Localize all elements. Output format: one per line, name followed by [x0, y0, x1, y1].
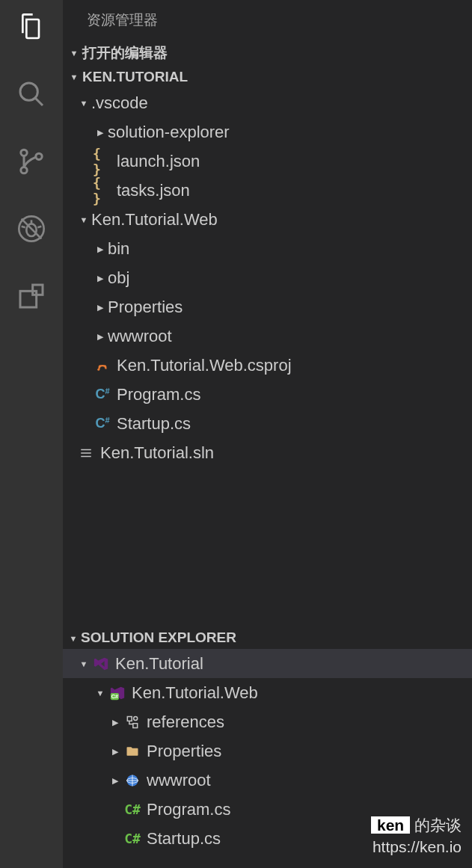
folder-label: obj: [108, 268, 129, 288]
folder-label: .vscode: [91, 93, 148, 113]
file-csproj[interactable]: Ken.Tutorial.Web.csproj: [63, 351, 472, 380]
chevron-down-icon: [66, 632, 81, 644]
svg-line-9: [37, 227, 41, 228]
chevron-right-icon: [93, 243, 108, 254]
solution-project[interactable]: C# Ken.Tutorial.Web: [63, 678, 472, 707]
explorer-icon[interactable]: [13, 9, 49, 45]
folder-label: bin: [108, 239, 129, 259]
csharp-icon: C#: [93, 416, 112, 431]
file-label: Program.cs: [147, 800, 230, 819]
svg-rect-19: [127, 716, 132, 721]
search-icon[interactable]: [13, 76, 49, 112]
csharp-icon: C#: [123, 831, 142, 846]
solution-root[interactable]: Ken.Tutorial: [63, 649, 472, 678]
extensions-icon[interactable]: [13, 278, 49, 314]
folder-label: wwwroot: [147, 771, 211, 790]
file-label: Ken.Tutorial.Web.csproj: [117, 356, 292, 375]
solution-wwwroot[interactable]: wwwroot: [63, 766, 472, 795]
solution-icon: [76, 446, 96, 460]
file-label: Program.cs: [117, 385, 200, 404]
watermark-suffix: 的杂谈: [410, 816, 462, 834]
csharp-icon: C#: [123, 801, 142, 817]
svg-rect-12: [33, 285, 43, 295]
folder-bin[interactable]: bin: [63, 234, 472, 263]
folder-label: solution-explorer: [108, 123, 230, 142]
solution-explorer-label: SOLUTION EXPLORER: [81, 630, 236, 646]
file-label: launch.json: [117, 152, 200, 171]
debug-disabled-icon[interactable]: [13, 211, 49, 247]
chevron-down-icon: [76, 97, 91, 108]
svg-point-2: [21, 150, 27, 156]
folder-icon: [123, 744, 142, 759]
chevron-right-icon: [108, 716, 123, 727]
references-label: references: [147, 712, 224, 732]
svg-rect-20: [133, 723, 138, 727]
chevron-down-icon: [66, 49, 82, 58]
solution-label: Ken.Tutorial: [115, 654, 203, 674]
file-program-cs[interactable]: C# Program.cs: [63, 380, 472, 409]
file-startup-cs[interactable]: C# Startup.cs: [63, 409, 472, 438]
folder-ken-tutorial-web[interactable]: Ken.Tutorial.Web: [63, 205, 472, 234]
json-icon: { }: [93, 146, 112, 177]
chevron-right-icon: [108, 745, 123, 757]
project-header[interactable]: KEN.TUTORIAL: [63, 66, 472, 88]
file-label: Ken.Tutorial.sln: [100, 443, 214, 463]
svg-line-8: [22, 227, 25, 228]
file-label: tasks.json: [117, 181, 190, 200]
watermark-url: https://ken.io: [371, 837, 462, 858]
project-header-label: KEN.TUTORIAL: [82, 69, 188, 85]
folder-solution-explorer[interactable]: solution-explorer: [63, 117, 472, 147]
folder-label: Properties: [147, 742, 221, 761]
file-label: Startup.cs: [147, 829, 221, 849]
solution-references[interactable]: references: [63, 707, 472, 736]
chevron-right-icon: [108, 775, 123, 786]
folder-vscode[interactable]: .vscode: [63, 88, 472, 117]
references-icon: [123, 715, 142, 730]
chevron-down-icon: [66, 73, 82, 81]
chevron-down-icon: [76, 658, 91, 669]
folder-obj[interactable]: obj: [63, 263, 472, 292]
csproj-icon: C#: [108, 685, 127, 701]
folder-properties[interactable]: Properties: [63, 292, 472, 321]
chevron-right-icon: [93, 301, 108, 313]
folder-wwwroot[interactable]: wwwroot: [63, 321, 472, 351]
folder-label: Ken.Tutorial.Web: [91, 210, 218, 230]
activity-bar: [0, 0, 63, 868]
csharp-icon: C#: [93, 387, 112, 402]
chevron-down-icon: [76, 214, 91, 225]
explorer-sidebar: 资源管理器 打开的编辑器 KEN.TUTORIAL .vscode soluti…: [63, 0, 472, 868]
file-tasks-json[interactable]: { } tasks.json: [63, 176, 472, 205]
folder-label: wwwroot: [108, 327, 172, 346]
watermark-tag: ken: [371, 816, 410, 834]
open-editors-label: 打开的编辑器: [82, 43, 168, 63]
watermark: ken 的杂谈 https://ken.io: [371, 815, 462, 858]
file-launch-json[interactable]: { } launch.json: [63, 147, 472, 176]
svg-text:C#: C#: [111, 693, 118, 700]
open-editors-header[interactable]: 打开的编辑器: [63, 40, 472, 66]
project-label: Ken.Tutorial.Web: [132, 683, 258, 703]
svg-rect-11: [20, 291, 37, 307]
file-tree: .vscode solution-explorer { } launch.jso…: [63, 88, 472, 467]
visual-studio-icon: [91, 656, 111, 672]
web-folder-icon: [123, 773, 142, 788]
svg-point-21: [134, 716, 138, 720]
chevron-right-icon: [93, 272, 108, 283]
file-label: Startup.cs: [117, 414, 191, 434]
xml-icon: [93, 359, 112, 372]
svg-point-3: [21, 167, 27, 173]
svg-point-0: [20, 83, 37, 100]
chevron-right-icon: [93, 126, 108, 138]
svg-point-13: [97, 368, 99, 370]
chevron-right-icon: [93, 330, 108, 342]
folder-label: Properties: [108, 298, 183, 317]
chevron-down-icon: [93, 687, 108, 698]
file-sln[interactable]: Ken.Tutorial.sln: [63, 438, 472, 467]
svg-point-4: [36, 153, 42, 159]
json-icon: { }: [93, 175, 112, 206]
solution-properties[interactable]: Properties: [63, 736, 472, 766]
source-control-icon[interactable]: [13, 144, 49, 179]
solution-explorer-header[interactable]: SOLUTION EXPLORER: [63, 627, 472, 649]
svg-line-1: [35, 98, 43, 105]
sidebar-title: 资源管理器: [63, 0, 472, 40]
